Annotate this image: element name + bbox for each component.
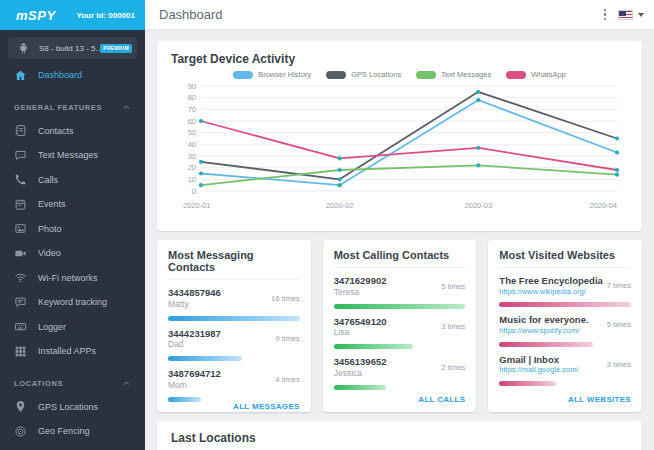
sidebar-item-video[interactable]: Video	[0, 241, 145, 266]
contact-row: 3456139652 Jessica 2 times	[334, 349, 466, 390]
card-title: Most Visited Websites	[499, 249, 631, 268]
website-title: Music for everyone.	[499, 314, 588, 326]
map-pin-icon	[14, 400, 28, 413]
website-url[interactable]: https://mail.google.com/	[499, 365, 578, 374]
sidebar-item-logger[interactable]: Logger	[0, 315, 145, 340]
svg-text:2020-02: 2020-02	[326, 201, 354, 210]
svg-text:2020-04: 2020-04	[589, 201, 617, 210]
contact-row: 3434857946 Matty 16 times	[168, 280, 300, 321]
svg-text:2020-03: 2020-03	[465, 201, 493, 210]
contact-number: 3476549120	[334, 316, 387, 328]
legend-gps-locations[interactable]: GPS Locations	[326, 70, 401, 79]
most-calling-contacts-card: Most Calling Contacts 3471629902 Teresa …	[323, 240, 477, 412]
sidebar-item-label: Text Messages	[38, 150, 98, 160]
wifi-icon	[14, 271, 28, 284]
contacts-icon	[14, 124, 28, 137]
geofence-target-icon	[14, 425, 28, 438]
contact-row: 3487694712 Mom 4 times	[168, 361, 300, 402]
svg-text:20: 20	[188, 163, 196, 172]
all-websites-link[interactable]: ALL WEBSITES	[499, 395, 631, 404]
sms-icon	[14, 149, 28, 162]
sidebar-item-photo[interactable]: Photo	[0, 217, 145, 242]
svg-text:70: 70	[188, 105, 196, 114]
website-row: Gmail | Inbox https://mail.google.com/ 3…	[499, 347, 631, 386]
contact-number: 3434857946	[168, 287, 221, 299]
website-row: The Free Encyclopedia https://www.wikipe…	[499, 268, 631, 307]
legend-swatch	[326, 71, 346, 79]
header: Dashboard	[145, 0, 654, 30]
times-count: 5 times	[607, 320, 631, 329]
contact-number: 3487694712	[168, 368, 221, 380]
sidebar-item-label: Wi-Fi networks	[38, 273, 98, 283]
mspy-logo: mSPY	[16, 8, 56, 23]
svg-text:40: 40	[188, 140, 196, 149]
keyboard-icon	[14, 320, 28, 333]
svg-text:80: 80	[188, 93, 196, 102]
legend-swatch	[506, 71, 526, 79]
sidebar-item-gps-locations[interactable]: GPS Locations	[0, 395, 145, 420]
most-visited-websites-card: Most Visited Websites The Free Encyclope…	[488, 240, 642, 412]
kebab-menu-icon[interactable]	[598, 5, 613, 25]
brand-area: mSPY Your Id: 000001	[0, 0, 145, 30]
section-label: LOCATIONS	[14, 379, 63, 388]
sidebar-item-label: Photo	[38, 224, 62, 234]
website-url[interactable]: https://www.wikipedia.org/	[499, 287, 602, 296]
sidebar-item-events[interactable]: Events	[0, 192, 145, 217]
sidebar-item-wifi-networks[interactable]: Wi-Fi networks	[0, 266, 145, 291]
contact-name: Mom	[168, 380, 221, 391]
line-chart-svg: 01020304050607080902020-012020-022020-03…	[171, 81, 623, 213]
all-messages-link[interactable]: ALL MESSAGES	[168, 402, 300, 411]
most-messaging-contacts-card: Most Messaging Contacts 3434857946 Matty…	[157, 240, 311, 412]
section-general-features[interactable]: GENERAL FEATURES	[0, 97, 145, 119]
contact-name: Jessica	[334, 368, 387, 379]
usage-bar	[334, 385, 387, 390]
chevron-up-icon	[122, 103, 131, 112]
usage-bar	[499, 381, 555, 386]
language-flag-icon[interactable]	[618, 10, 633, 20]
apps-grid-icon	[14, 345, 28, 358]
contact-number: 3471629902	[334, 275, 387, 287]
device-selector[interactable]: S8 - build 13 - 5... PREMIUM	[8, 37, 137, 59]
sidebar-item-keyword-tracking[interactable]: Keyword tracking	[0, 290, 145, 315]
device-label: S8 - build 13 - 5...	[39, 44, 100, 53]
photo-icon	[14, 222, 28, 235]
user-id-label: Your Id: 000001	[76, 11, 135, 20]
all-calls-link[interactable]: ALL CALLS	[334, 395, 466, 404]
video-icon	[14, 247, 28, 260]
sidebar-item-installed-apps[interactable]: Installed APPs	[0, 339, 145, 364]
sidebar-item-label: Keyword tracking	[38, 297, 107, 307]
svg-text:50: 50	[188, 128, 196, 137]
legend-swatch	[416, 71, 436, 79]
legend-label: WhatsApp	[531, 70, 566, 79]
sidebar-item-text-messages[interactable]: Text Messages	[0, 143, 145, 168]
sidebar-item-contacts[interactable]: Contacts	[0, 119, 145, 144]
sidebar-item-geo-fencing[interactable]: Geo Fencing	[0, 419, 145, 444]
target-device-activity-card: Target Device Activity Browser History G…	[157, 41, 642, 231]
section-locations[interactable]: LOCATIONS	[0, 373, 145, 395]
sidebar-item-label: Events	[38, 199, 66, 209]
section-label: GENERAL FEATURES	[14, 103, 102, 112]
last-locations-card: Last Locations	[157, 421, 642, 450]
contact-number: 3456139652	[334, 356, 387, 368]
legend-text-messages[interactable]: Text Messages	[416, 70, 491, 79]
android-icon	[17, 42, 30, 55]
times-count: 5 times	[441, 282, 465, 291]
website-url[interactable]: https://www.spotify.com/	[499, 326, 588, 335]
times-count: 3 times	[607, 360, 631, 369]
sidebar-item-dashboard[interactable]: Dashboard	[0, 63, 145, 88]
chevron-up-icon	[122, 379, 131, 388]
main-content: Target Device Activity Browser History G…	[145, 30, 654, 450]
language-caret-icon[interactable]	[638, 13, 644, 17]
contact-number: 3444231987	[168, 328, 221, 340]
page-title: Dashboard	[159, 7, 598, 22]
times-count: 16 times	[271, 294, 299, 303]
top-bar: mSPY Your Id: 000001 Dashboard	[0, 0, 654, 30]
website-title: The Free Encyclopedia	[499, 275, 602, 287]
sidebar-item-calls[interactable]: Calls	[0, 168, 145, 193]
contact-row: 3476549120 Lisa 3 times	[334, 309, 466, 350]
calendar-icon	[14, 198, 28, 211]
contact-row: 3444231987 Dad 9 times	[168, 321, 300, 362]
times-count: 3 times	[441, 322, 465, 331]
legend-whatsapp[interactable]: WhatsApp	[506, 70, 566, 79]
legend-browser-history[interactable]: Browser History	[233, 70, 311, 79]
